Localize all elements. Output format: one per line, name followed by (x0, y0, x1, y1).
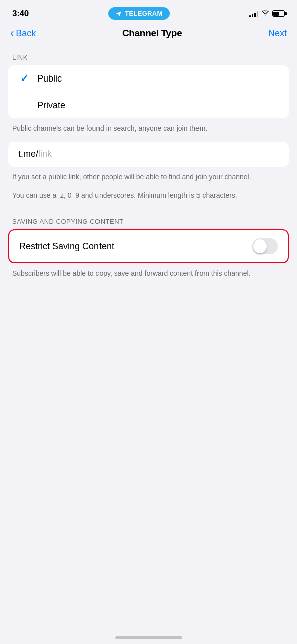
channel-type-card: ✓ Public ✓ Private (8, 65, 289, 118)
link-prefix: t.me/ (18, 149, 38, 159)
saving-section-label: SAVING AND COPYING CONTENT (0, 209, 297, 229)
link-hint-1: If you set a public link, other people w… (0, 167, 297, 190)
public-label: Public (37, 73, 62, 84)
private-option[interactable]: ✓ Private (8, 92, 289, 118)
toggle-thumb (253, 239, 267, 253)
public-option[interactable]: ✓ Public (8, 65, 289, 92)
restrict-saving-card: Restrict Saving Content (8, 229, 289, 263)
private-label: Private (37, 100, 65, 111)
link-hint-2: You can use a–z, 0–9 and underscores. Mi… (0, 190, 297, 209)
status-bar: 3:40 TELEGRAM (0, 0, 297, 24)
telegram-plane-icon (115, 10, 122, 17)
link-input-row: t.me/ (18, 149, 279, 159)
saving-description: Subscribers will be able to copy, save a… (0, 263, 297, 287)
telegram-badge-container: TELEGRAM (108, 7, 169, 20)
nav-bar: ‹ Back Channel Type Next (0, 24, 297, 45)
wifi-icon (261, 9, 269, 18)
page-title: Channel Type (122, 28, 182, 39)
battery-icon (272, 10, 285, 17)
home-indicator (115, 636, 182, 639)
next-button[interactable]: Next (268, 28, 287, 39)
status-time: 3:40 (12, 9, 29, 19)
telegram-label: TELEGRAM (125, 10, 162, 17)
back-label: Back (16, 28, 36, 39)
link-input-card: t.me/ (8, 142, 289, 167)
signal-icon (249, 10, 258, 17)
restrict-saving-label: Restrict Saving Content (19, 241, 114, 252)
back-chevron-icon: ‹ (10, 28, 14, 39)
telegram-badge: TELEGRAM (108, 7, 169, 20)
link-section-label: LINK (0, 45, 297, 65)
back-button[interactable]: ‹ Back (10, 28, 36, 39)
status-icons (249, 9, 285, 18)
restrict-saving-toggle[interactable] (252, 238, 278, 254)
link-input[interactable] (38, 149, 279, 159)
public-description: Public channels can be found in search, … (0, 118, 297, 142)
public-checkmark-icon: ✓ (18, 72, 30, 85)
